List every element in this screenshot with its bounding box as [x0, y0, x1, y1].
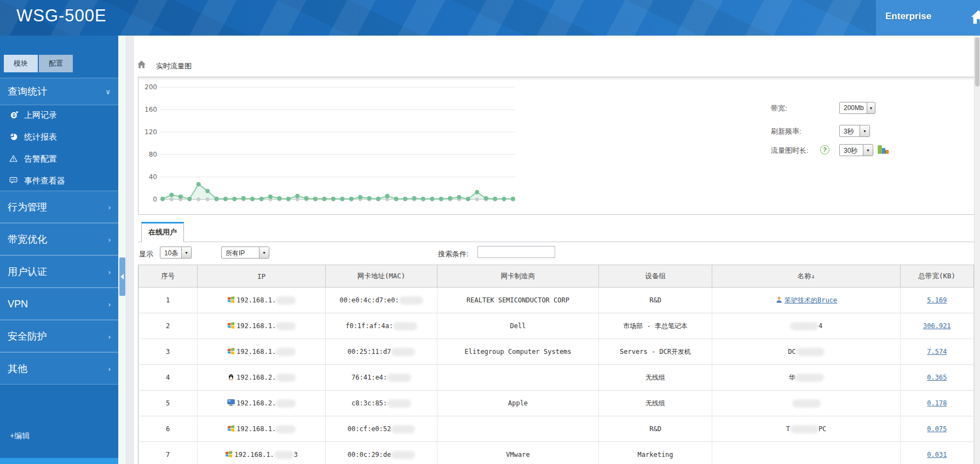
sidebar-edit-link[interactable]: +编辑: [10, 431, 30, 441]
bar-chart-icon[interactable]: [878, 144, 890, 157]
sidebar-item-label: 统计报表: [24, 132, 57, 142]
home-icon[interactable]: [970, 9, 980, 27]
cell-ip: 192.168.1.: [198, 313, 325, 339]
chevron-right-icon: ›: [108, 235, 111, 243]
search-label: 搜索条件:: [438, 249, 469, 259]
chevron-down-icon: ∨: [105, 88, 111, 96]
cell-mac: 00:25:11:d7: [325, 339, 437, 365]
tab-online-users[interactable]: 在线用户: [141, 222, 184, 242]
sidebar-section-other[interactable]: 其他›: [0, 352, 118, 385]
sidebar-tab-modules[interactable]: 模块: [4, 55, 38, 72]
redacted-text: [387, 374, 411, 382]
sidebar-item-internet-records[interactable]: 上网记录: [0, 104, 118, 126]
tab-divider: [138, 242, 974, 242]
column-header[interactable]: 序号: [139, 265, 198, 288]
cell-ip: 192.168.1.: [198, 288, 325, 313]
dropdown-arrow-icon[interactable]: ▼: [867, 102, 875, 113]
cell-manufacturer: Elitegroup Computer Systems: [437, 339, 599, 365]
sidebar-section-vpn[interactable]: VPN›: [0, 288, 118, 320]
redacted-text: [790, 425, 818, 433]
sidebar: 模块配置 查询统计 ∨ 上网记录统计报表告警配置事件查看器 行为管理›带宽优化›…: [0, 36, 118, 464]
cell-name: 4: [712, 313, 900, 339]
bandwidth-label: 带宽:: [771, 104, 787, 113]
page-scrollbar[interactable]: [974, 36, 980, 464]
cell-ip: 192.168.2.: [198, 391, 325, 416]
column-header[interactable]: 设备组: [598, 265, 712, 288]
svg-text:40: 40: [149, 173, 157, 181]
sidebar-item-event-viewer[interactable]: 事件查看器: [0, 170, 118, 192]
table-row: 5192.168.2.c8:3c:85:Apple无线组0.178: [139, 391, 974, 416]
column-header[interactable]: IP: [198, 265, 325, 288]
bandwidth-link[interactable]: 0.365: [927, 374, 947, 381]
column-header[interactable]: 网卡制造商: [437, 265, 599, 288]
question-icon[interactable]: ?: [820, 145, 829, 154]
chevron-right-icon: ›: [108, 364, 111, 373]
cell-manufacturer: [437, 416, 599, 442]
sidebar-item-label: 告警配置: [24, 154, 57, 164]
sidebar-section-label: 用户认证: [8, 265, 47, 278]
bandwidth-link[interactable]: 0.075: [927, 425, 947, 433]
scrollbar-thumb[interactable]: [975, 37, 979, 87]
cell-manufacturer: [437, 365, 599, 391]
ie-icon: [9, 111, 19, 119]
cell-name: [712, 442, 900, 464]
sidebar-section-user-authentication[interactable]: 用户认证›: [0, 255, 118, 288]
sidebar-section-label: 其他: [8, 362, 27, 375]
sidebar-section-behavior-management[interactable]: 行为管理›: [0, 191, 118, 223]
chart-duration-select[interactable]: 30秒 ▼: [839, 144, 873, 156]
cell-name: TPC: [712, 416, 900, 442]
dropdown-arrow-icon[interactable]: ▼: [863, 145, 873, 156]
sidebar-tab-config[interactable]: 配置: [39, 55, 73, 72]
page-size-select[interactable]: 10条 ▼: [160, 247, 192, 259]
bandwidth-link[interactable]: 0.031: [927, 451, 947, 459]
edition-label: Enterprise: [885, 11, 931, 22]
edition-badge: Enterprise: [876, 0, 980, 36]
monitor-icon: [227, 399, 235, 408]
sidebar-item-stats-reports[interactable]: 统计报表: [0, 126, 118, 148]
user-name-link[interactable]: 笨驴技术的Bruce: [785, 296, 837, 304]
ip-filter-select[interactable]: 所有IP ▼: [221, 247, 269, 259]
cell-index: 2: [139, 313, 198, 339]
bandwidth-link[interactable]: 0.178: [927, 399, 947, 407]
chevron-right-icon: ›: [108, 267, 111, 276]
sidebar-section-label: 带宽优化: [8, 233, 47, 246]
table-header-row: 序号IP网卡地址(MAC)网卡制造商设备组名称↓总带宽(KB): [139, 265, 974, 288]
redacted-text: [276, 322, 296, 330]
sidebar-item-label: 事件查看器: [24, 176, 65, 186]
bandwidth-select[interactable]: 200Mb ▼: [839, 102, 875, 114]
redacted-text: [391, 451, 415, 459]
dropdown-arrow-icon[interactable]: ▼: [181, 247, 191, 258]
linux-icon: [227, 373, 235, 382]
sidebar-section-security-protection[interactable]: 安全防护›: [0, 320, 118, 352]
column-header[interactable]: 网卡地址(MAC): [325, 265, 437, 288]
app-header: WSG-500E Enterprise: [0, 0, 980, 36]
redacted-text: [792, 399, 821, 408]
cell-mac: c8:3c:85:: [325, 391, 437, 416]
column-header[interactable]: 总带宽(KB): [900, 265, 973, 288]
sidebar-section-query-stats[interactable]: 查询统计 ∨: [0, 78, 118, 105]
bandwidth-link[interactable]: 7.574: [927, 348, 947, 356]
sidebar-item-alarm-config[interactable]: 告警配置: [0, 148, 118, 170]
dropdown-arrow-icon[interactable]: ▼: [860, 125, 869, 136]
sidebar-section-label: VPN: [8, 298, 28, 310]
search-input[interactable]: [477, 246, 555, 258]
cell-bandwidth: 0.075: [900, 416, 973, 442]
bandwidth-link[interactable]: 306.921: [923, 322, 951, 330]
sidebar-gutter: [118, 36, 126, 464]
windows-icon: [227, 347, 235, 357]
cell-name: [712, 391, 900, 416]
column-header[interactable]: 名称↓: [712, 265, 900, 288]
breadcrumb-home-icon[interactable]: [137, 60, 146, 71]
cell-mac: 00:0c:29:de: [325, 442, 437, 464]
sidebar-collapse-handle[interactable]: [119, 257, 125, 296]
dropdown-arrow-icon[interactable]: ▼: [259, 247, 269, 258]
redacted-text: [276, 425, 296, 433]
cell-bandwidth: 306.921: [900, 313, 973, 339]
bandwidth-link[interactable]: 5.169: [927, 296, 947, 304]
refresh-rate-select[interactable]: 3秒 ▼: [839, 125, 870, 137]
cell-manufacturer: REALTEK SEMICONDUCTOR CORP: [437, 288, 599, 313]
page-size-value: 10条: [160, 247, 181, 258]
sidebar-footer-bar: [0, 458, 118, 464]
content-scrollbar-track[interactable]: [126, 36, 134, 464]
sidebar-section-bandwidth-optimization[interactable]: 带宽优化›: [0, 223, 118, 255]
